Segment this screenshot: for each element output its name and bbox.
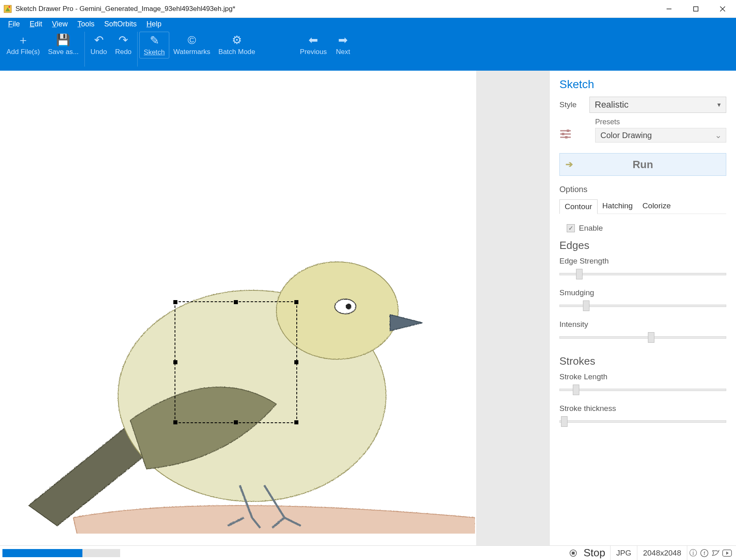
dimensions-label: 2048x2048 [637,546,687,560]
style-value: Realistic [595,99,628,110]
enable-label: Enable [579,224,603,233]
svg-rect-3 [694,6,698,11]
selection-handle-se[interactable] [294,420,298,424]
style-select[interactable]: Realistic ▼ [589,97,726,113]
style-label: Style [559,100,584,109]
main-area: Sketch Style Realistic ▼ Presets Color D… [0,71,736,545]
selection-handle-sw[interactable] [173,420,177,424]
separator [84,32,85,67]
info-icon[interactable]: ⓘ [687,546,699,560]
side-panel: Sketch Style Realistic ▼ Presets Color D… [549,71,736,545]
next-icon: ➡ [338,33,347,47]
smudging-label: Smudging [559,288,726,297]
watermarks-button[interactable]: ©Watermarks [169,32,214,58]
add-file-icon: ＋ [17,33,29,47]
stroke-length-label: Stroke Length [559,372,726,381]
selection-handle-nw[interactable] [173,300,177,304]
redo-icon: ↷ [119,33,128,47]
presets-value: Color Drawing [600,131,652,140]
app-icon [3,4,12,13]
undo-icon: ↶ [94,33,104,47]
sliders-icon[interactable] [559,129,573,141]
maximize-button[interactable] [682,0,709,18]
strokes-title: Strokes [559,355,726,368]
chevron-down-icon: ▼ [716,102,722,108]
svg-rect-11 [567,130,569,132]
window-title: Sketch Drawer Pro - Gemini_Generated_Ima… [15,5,656,13]
svg-point-9 [345,303,351,309]
edge-strength-slider[interactable] [559,269,726,279]
save-icon: 💾 [56,33,70,47]
selection-handle-w[interactable] [173,360,177,364]
save-as-button[interactable]: 💾Save as... [44,32,83,58]
stroke-length-slider[interactable] [559,385,726,395]
format-label: JPG [610,546,637,560]
add-files-button[interactable]: ＋Add File(s) [2,32,44,58]
menu-help[interactable]: Help [142,18,166,30]
undo-button[interactable]: ↶Undo [86,32,111,58]
menu-softorbits[interactable]: SoftOrbits [99,18,142,30]
svg-text:f: f [704,550,705,556]
options-tabs: Contour Hatching Colorize [559,199,726,214]
tab-hatching[interactable]: Hatching [598,199,638,214]
presets-label: Presets [595,118,726,126]
redo-button[interactable]: ↷Redo [111,32,136,58]
run-button[interactable]: ➔ Run [559,153,726,176]
svg-rect-15 [565,136,568,138]
status-bar: Stop JPG 2048x2048 ⓘ f [0,545,736,560]
smudging-slider[interactable] [559,301,726,311]
sketch-button[interactable]: ✎Sketch [139,32,169,58]
minimize-button[interactable] [656,0,682,18]
stroke-thickness-label: Stroke thickness [559,404,726,413]
chevron-down-icon: ⌄ [715,130,722,140]
panel-title: Sketch [559,78,726,91]
svg-rect-17 [572,551,574,554]
watermark-icon: © [188,33,196,47]
options-label: Options [559,185,726,194]
menu-file[interactable]: File [3,18,25,30]
edge-strength-label: Edge Strength [559,257,726,266]
facebook-icon[interactable]: f [699,549,710,557]
stop-icon[interactable] [568,549,579,557]
menu-bar: File Edit View Tools SoftOrbits Help [0,18,736,30]
ribbon-toolbar: ＋Add File(s) 💾Save as... ↶Undo ↷Redo ✎Sk… [0,30,736,71]
intensity-label: Intensity [559,320,726,329]
edges-title: Edges [559,239,726,252]
stroke-thickness-slider[interactable] [559,416,726,427]
menu-edit[interactable]: Edit [25,18,47,30]
twitter-icon[interactable] [710,549,721,557]
menu-tools[interactable]: Tools [73,18,99,30]
batch-icon: ⚙ [232,33,242,47]
selection-rectangle[interactable] [175,301,297,423]
selection-handle-s[interactable] [234,420,238,424]
separator [137,32,138,67]
enable-row: ✓ Enable [567,224,726,233]
tab-contour[interactable]: Contour [559,199,598,214]
sketch-icon: ✎ [150,34,159,48]
youtube-icon[interactable] [721,549,733,557]
progress-bar [2,549,120,557]
svg-point-1 [9,6,10,8]
menu-view[interactable]: View [47,18,73,30]
run-arrow-icon: ➔ [565,159,573,170]
selection-handle-n[interactable] [234,300,238,304]
previous-button[interactable]: ⬅Previous [296,32,331,58]
selection-handle-ne[interactable] [294,300,298,304]
intensity-slider[interactable] [559,332,726,343]
svg-rect-13 [562,133,564,135]
presets-select[interactable]: Color Drawing ⌄ [595,128,726,143]
svg-point-8 [335,299,356,314]
tab-colorize[interactable]: Colorize [638,199,676,214]
canvas-gap [476,71,549,545]
next-button[interactable]: ➡Next [331,32,355,58]
selection-handle-e[interactable] [294,360,298,364]
batch-mode-button[interactable]: ⚙Batch Mode [214,32,259,58]
image-canvas[interactable] [0,71,476,545]
stop-button[interactable]: Stop [579,547,611,559]
run-label: Run [632,158,653,171]
title-bar: Sketch Drawer Pro - Gemini_Generated_Ima… [0,0,736,18]
close-button[interactable] [709,0,736,18]
prev-icon: ⬅ [309,33,318,47]
enable-checkbox[interactable]: ✓ [567,224,575,232]
